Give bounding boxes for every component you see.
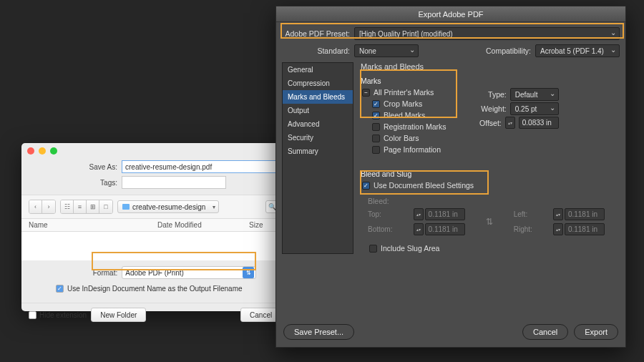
- format-select[interactable]: Adobe PDF (Print): [122, 266, 256, 279]
- bleed-left-stepper: ▴▾: [553, 208, 563, 220]
- compat-select[interactable]: Acrobat 5 (PDF 1.4): [535, 44, 620, 57]
- crop-marks-label: Crop Marks: [384, 99, 422, 108]
- color-bars-checkbox[interactable]: [372, 134, 380, 142]
- registration-marks-label: Registration Marks: [384, 122, 447, 131]
- export-pdf-dialog: Export Adobe PDF Adobe PDF Preset: [High…: [275, 6, 626, 348]
- bleed-bottom-stepper: ▴▾: [414, 223, 424, 235]
- marks-bleeds-panel: Marks and Bleeds Marks −All Printer's Ma…: [361, 62, 620, 254]
- weight-select[interactable]: 0.25 pt: [510, 102, 559, 115]
- dialog-title: Export Adobe PDF: [276, 6, 625, 22]
- preset-label: Adobe PDF Preset:: [282, 29, 350, 38]
- offset-stepper[interactable]: ▴▾: [505, 117, 515, 129]
- dialog-footer: Save Preset... Cancel Export: [283, 324, 618, 340]
- hide-extension-checkbox[interactable]: [29, 311, 36, 319]
- save-preset-button[interactable]: Save Preset...: [283, 324, 354, 340]
- sidebar-item-security[interactable]: Security: [283, 131, 353, 145]
- bleed-right-stepper: ▴▾: [553, 223, 563, 235]
- cancel-button[interactable]: Cancel: [522, 324, 568, 340]
- hide-extension-label: Hide extension: [39, 311, 87, 319]
- use-doc-bleed-label: Use Document Bleed Settings: [374, 181, 474, 190]
- weight-label: Weight:: [481, 104, 506, 113]
- folder-icon: [122, 204, 130, 210]
- type-select[interactable]: Default: [510, 88, 559, 101]
- bleed-top-field: 0.1181 in: [425, 208, 465, 220]
- bleed-slug-header: Bleed and Slug: [361, 168, 620, 180]
- sidebar-item-compression[interactable]: Compression: [283, 77, 353, 90]
- new-folder-button[interactable]: New Folder: [91, 308, 146, 322]
- tags-input[interactable]: [122, 176, 226, 189]
- sidebar-item-advanced[interactable]: Advanced: [283, 117, 353, 131]
- page-info-label: Page Information: [384, 145, 441, 154]
- sidebar-item-output[interactable]: Output: [283, 104, 353, 117]
- zoom-icon[interactable]: [50, 147, 57, 155]
- save-as-label: Save As:: [31, 163, 117, 171]
- bleed-right-label: Right:: [514, 225, 547, 233]
- link-icon: ⇅: [486, 217, 493, 227]
- category-sidebar: General Compression Marks and Bleeds Out…: [282, 62, 353, 254]
- compat-label: Compatibility:: [486, 47, 531, 55]
- crop-marks-checkbox[interactable]: ✓: [372, 100, 380, 108]
- all-printers-marks-checkbox[interactable]: −: [362, 89, 370, 97]
- bleed-left-field: 0.1181 in: [565, 208, 605, 220]
- folder-name: creatve-resume-design: [132, 203, 205, 211]
- folder-select[interactable]: creatve-resume-design: [117, 200, 219, 213]
- tags-label: Tags:: [31, 179, 117, 187]
- col-date[interactable]: Date Modified: [157, 221, 249, 229]
- standard-label: Standard:: [282, 47, 350, 55]
- offset-label: Offset:: [479, 119, 502, 127]
- panel-title: Marks and Bleeds: [361, 62, 620, 71]
- col-name[interactable]: Name: [29, 221, 157, 229]
- bleed-left-label: Left:: [514, 210, 547, 218]
- bleed-top-label: Top:: [368, 210, 408, 218]
- sidebar-item-general[interactable]: General: [283, 63, 353, 77]
- close-icon[interactable]: [27, 147, 34, 155]
- sidebar-item-summary[interactable]: Summary: [283, 145, 353, 158]
- all-printers-marks-label: All Printer's Marks: [374, 88, 434, 97]
- standard-select[interactable]: None: [354, 44, 419, 57]
- use-doc-bleed-checkbox[interactable]: ✓: [362, 182, 370, 190]
- minimize-icon[interactable]: [39, 147, 46, 155]
- type-label: Type:: [488, 90, 507, 99]
- bleed-top-stepper: ▴▾: [414, 208, 424, 220]
- bleed-marks-checkbox[interactable]: ✓: [372, 112, 380, 119]
- format-label: Format:: [93, 269, 117, 277]
- preset-select[interactable]: [High Quality Print] (modified): [354, 27, 620, 40]
- sidebar-item-marks-bleeds[interactable]: Marks and Bleeds: [283, 90, 353, 104]
- use-doc-name-label: Use InDesign Document Name as the Output…: [67, 285, 243, 293]
- save-as-input[interactable]: [122, 160, 301, 173]
- registration-marks-checkbox[interactable]: [372, 123, 380, 131]
- include-slug-checkbox[interactable]: [369, 245, 377, 253]
- offset-field[interactable]: 0.0833 in: [519, 117, 559, 129]
- page-info-checkbox[interactable]: [372, 146, 380, 154]
- bleed-bottom-label: Bottom:: [368, 225, 408, 233]
- nav-back-forward[interactable]: ‹›: [29, 200, 56, 214]
- export-button[interactable]: Export: [574, 324, 618, 340]
- bleed-grid: Top: ▴▾0.1181 in ⇅ Left: ▴▾0.1181 in Bot…: [368, 208, 620, 235]
- bleed-bottom-field: 0.1181 in: [425, 223, 465, 235]
- bleed-right-field: 0.1181 in: [565, 223, 605, 235]
- color-bars-label: Color Bars: [384, 134, 419, 142]
- bleed-label: Bleed:: [368, 197, 620, 205]
- marks-header: Marks: [361, 75, 468, 87]
- use-doc-name-checkbox[interactable]: ✓: [56, 285, 64, 293]
- include-slug-label: Include Slug Area: [381, 244, 439, 253]
- bleed-marks-label: Bleed Marks: [384, 111, 425, 119]
- view-mode-segment[interactable]: ☷≡⊞□: [60, 200, 113, 214]
